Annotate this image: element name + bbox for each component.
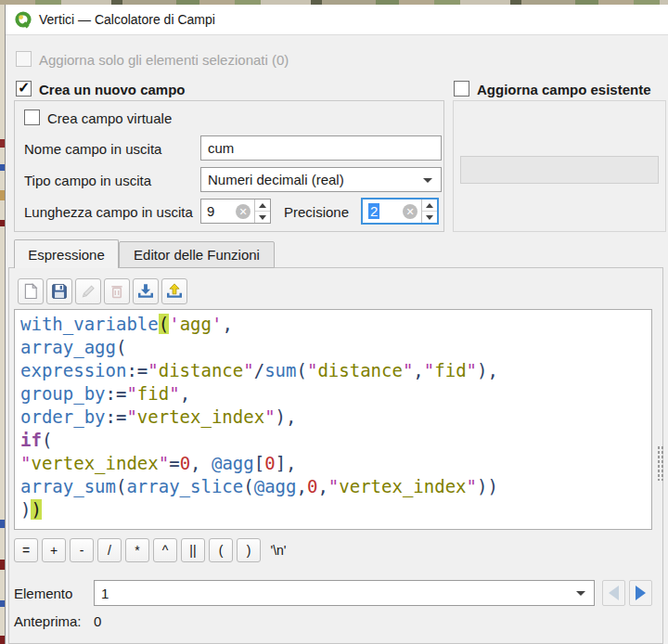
precision-spinbox[interactable]: 2 ✕ bbox=[361, 198, 439, 225]
virtual-field-label: Crea campo virtuale bbox=[47, 110, 172, 126]
code-line: if( bbox=[20, 429, 651, 452]
operator-button[interactable]: || bbox=[181, 538, 205, 562]
operator-row: =+-/*^||()'\n' bbox=[14, 538, 292, 562]
element-combo[interactable]: 1 bbox=[94, 580, 595, 606]
output-length-spinbox[interactable]: 9 ✕ bbox=[200, 199, 271, 224]
previous-feature-button bbox=[602, 580, 625, 606]
element-value: 1 bbox=[101, 586, 109, 601]
operator-button[interactable]: / bbox=[97, 538, 122, 562]
arrow-down-import-icon bbox=[137, 283, 154, 300]
operator-button[interactable]: * bbox=[125, 538, 149, 562]
output-type-value: Numeri decimali (real) bbox=[208, 172, 344, 187]
create-new-field-checkbox[interactable] bbox=[16, 81, 32, 97]
window-title: Vertici — Calcolatore di Campi bbox=[39, 12, 215, 27]
export-expression-button[interactable] bbox=[161, 278, 187, 304]
spin-down-button[interactable] bbox=[422, 212, 437, 223]
operator-button[interactable]: ) bbox=[237, 538, 261, 562]
code-line: "vertex_index"=0, @agg[0], bbox=[20, 452, 651, 475]
output-type-label: Tipo campo in uscita bbox=[24, 173, 151, 188]
output-name-value: cum bbox=[208, 140, 234, 156]
output-length-label: Lunghezza campo in uscita bbox=[24, 204, 193, 220]
save-icon bbox=[51, 283, 68, 300]
triangle-down-icon bbox=[259, 215, 266, 220]
new-file-icon bbox=[22, 283, 39, 300]
code-line: expression:="distance"/sum("distance","f… bbox=[20, 359, 651, 382]
triangle-left-icon bbox=[609, 586, 619, 600]
spin-up-button[interactable] bbox=[422, 200, 437, 212]
existing-field-combo bbox=[460, 156, 659, 184]
arrow-up-export-icon bbox=[166, 283, 183, 300]
operator-button[interactable]: = bbox=[14, 538, 38, 562]
output-name-input[interactable]: cum bbox=[200, 135, 442, 161]
update-selected-checkbox bbox=[16, 51, 32, 67]
update-existing-checkbox[interactable] bbox=[454, 81, 469, 97]
import-expression-button[interactable] bbox=[133, 278, 159, 304]
precision-label: Precisione bbox=[284, 204, 349, 220]
triangle-down-icon bbox=[426, 215, 433, 220]
title-bar[interactable]: Vertici — Calcolatore di Campi bbox=[6, 5, 668, 35]
chevron-down-icon bbox=[423, 178, 432, 183]
preview-value: 0 bbox=[94, 613, 101, 629]
expression-code: with_variable('agg',array_agg(expression… bbox=[20, 313, 651, 522]
code-line: with_variable('agg', bbox=[20, 313, 651, 336]
tab-expression-label: Espressione bbox=[28, 247, 105, 263]
spin-up-button[interactable] bbox=[255, 200, 270, 212]
clear-value-icon[interactable]: ✕ bbox=[236, 204, 250, 219]
operator-button[interactable]: + bbox=[42, 538, 66, 562]
update-existing-label: Aggiorna campo esistente bbox=[477, 82, 651, 97]
precision-value: 2 bbox=[368, 203, 379, 219]
trash-icon bbox=[109, 283, 125, 300]
screenshot-root: Vertici — Calcolatore di Campi Aggiorna … bbox=[0, 0, 668, 644]
spin-down-button[interactable] bbox=[255, 212, 270, 223]
delete-expression-button bbox=[104, 278, 130, 304]
expression-editor[interactable]: with_variable('agg',array_agg(expression… bbox=[14, 309, 652, 530]
field-calculator-dialog: Vertici — Calcolatore di Campi Aggiorna … bbox=[5, 5, 668, 644]
operator-button[interactable]: '\n' bbox=[264, 538, 292, 562]
pencil-icon bbox=[80, 283, 96, 300]
operator-button[interactable]: ( bbox=[209, 538, 233, 562]
splitter-grip-icon[interactable] bbox=[657, 445, 664, 481]
element-label: Elemento bbox=[14, 586, 72, 601]
qgis-logo-icon bbox=[14, 10, 32, 29]
edit-expression-button bbox=[75, 278, 101, 304]
triangle-up-icon bbox=[426, 203, 433, 208]
tab-function-editor[interactable]: Editor delle Funzioni bbox=[119, 241, 275, 268]
save-expression-button[interactable] bbox=[46, 278, 72, 304]
tab-function-editor-label: Editor delle Funzioni bbox=[134, 247, 260, 263]
code-line: group_by:="fid", bbox=[20, 382, 651, 406]
output-type-combo[interactable]: Numeri decimali (real) bbox=[200, 167, 442, 192]
new-expression-button[interactable] bbox=[18, 278, 44, 304]
code-line: array_agg( bbox=[20, 336, 651, 359]
code-line: )) bbox=[20, 498, 651, 522]
operator-button[interactable]: ^ bbox=[153, 538, 177, 562]
triangle-right-icon bbox=[636, 586, 646, 600]
output-name-label: Nome campo in uscita bbox=[24, 141, 161, 157]
code-line: array_sum(array_slice(@agg,0,"vertex_ind… bbox=[20, 475, 651, 498]
clear-value-icon[interactable]: ✕ bbox=[403, 204, 418, 219]
virtual-field-checkbox[interactable] bbox=[24, 109, 40, 125]
operator-button[interactable]: - bbox=[70, 538, 94, 562]
next-feature-button[interactable] bbox=[629, 580, 652, 606]
update-selected-label: Aggiorna solo gli elementi selezionati (… bbox=[39, 52, 289, 68]
tab-expression[interactable]: Espressione bbox=[14, 239, 119, 268]
triangle-up-icon bbox=[259, 203, 266, 208]
chevron-down-icon bbox=[576, 591, 585, 596]
preview-label: Anteprima: bbox=[14, 613, 82, 629]
create-new-field-label: Crea un nuovo campo bbox=[39, 82, 186, 97]
code-line: order_by:="vertex_index"), bbox=[20, 406, 651, 429]
output-length-value: 9 bbox=[207, 203, 214, 219]
